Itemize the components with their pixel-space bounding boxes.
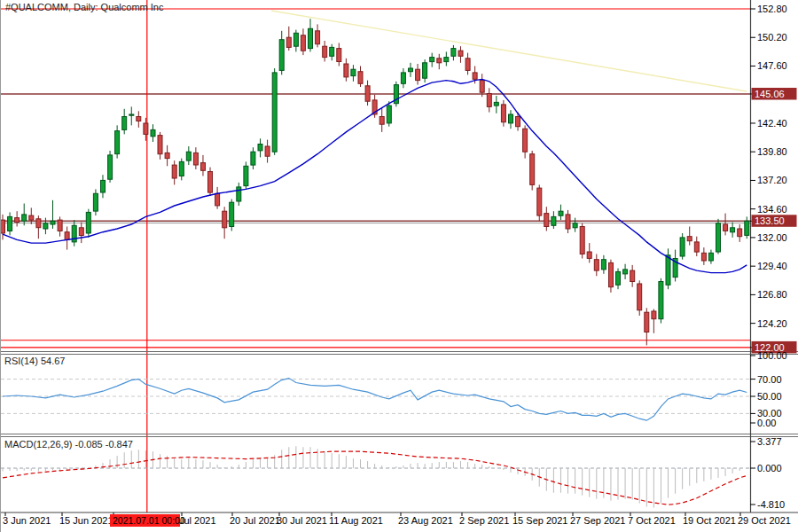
candle-body bbox=[645, 312, 649, 332]
candle-body bbox=[215, 193, 220, 206]
candle-body bbox=[666, 255, 670, 286]
candle-body bbox=[652, 311, 656, 319]
candle-body bbox=[351, 69, 356, 75]
candle-body bbox=[451, 49, 456, 57]
candle-body bbox=[544, 214, 549, 227]
price-tick-label: 132.00 bbox=[757, 232, 787, 243]
price-tick-label: 139.80 bbox=[757, 146, 787, 157]
candle-body bbox=[286, 37, 291, 47]
price-tick-label: 152.80 bbox=[757, 4, 787, 14]
candle-body bbox=[330, 47, 334, 56]
candle-body bbox=[201, 163, 206, 171]
trading-chart-window: 152.80150.20147.60142.40139.80137.20134.… bbox=[0, 0, 798, 532]
candle-body bbox=[623, 270, 628, 274]
candle-body bbox=[251, 152, 255, 165]
candle-body bbox=[716, 223, 721, 252]
candle-body bbox=[573, 223, 577, 228]
candle-body bbox=[293, 33, 298, 46]
time-tick-label: 7 Oct 2021 bbox=[628, 515, 676, 526]
candle-body bbox=[79, 228, 83, 236]
price-tick-label: 134.60 bbox=[757, 204, 787, 215]
candle-body bbox=[51, 221, 55, 224]
candle-body bbox=[144, 123, 148, 134]
time-tick-label: 30 Jul 2021 bbox=[277, 515, 327, 526]
price-tick-label: 137.20 bbox=[757, 175, 787, 185]
candle-body bbox=[29, 215, 34, 220]
time-tick-label: 29 Oct 2021 bbox=[738, 515, 791, 526]
candle-body bbox=[466, 59, 470, 71]
candle-body bbox=[309, 28, 313, 48]
trendline bbox=[271, 11, 747, 91]
candle-body bbox=[480, 81, 484, 93]
candle-body bbox=[708, 253, 713, 261]
candle-body bbox=[566, 215, 570, 229]
candle-body bbox=[15, 218, 20, 223]
candle-body bbox=[8, 216, 12, 231]
candle-body bbox=[365, 86, 370, 101]
macd-tick-label: 0.000 bbox=[757, 463, 782, 473]
candle-body bbox=[230, 202, 234, 226]
candle-body bbox=[473, 73, 477, 79]
candle-body bbox=[516, 117, 520, 127]
candle-body bbox=[430, 58, 434, 62]
candle-body bbox=[659, 282, 663, 319]
time-badge-label: 2021.07.01 00:00 bbox=[113, 515, 185, 526]
candle-body bbox=[444, 58, 449, 62]
candle-body bbox=[687, 237, 692, 241]
candle-body bbox=[580, 227, 584, 254]
price-badge-label: 133.50 bbox=[755, 215, 785, 226]
candle-body bbox=[101, 180, 106, 192]
candle-body bbox=[122, 117, 127, 130]
rsi-tick-label: 50.00 bbox=[757, 391, 782, 402]
candle-body bbox=[179, 161, 184, 176]
candle-body bbox=[344, 64, 348, 77]
candle-body bbox=[108, 155, 113, 179]
candle-body bbox=[401, 73, 405, 83]
candle-body bbox=[423, 63, 427, 78]
price-tick-label: 124.20 bbox=[757, 318, 787, 329]
time-tick-label: 20 Jul 2021 bbox=[230, 515, 280, 526]
macd-tick-label: -4.810 bbox=[757, 499, 785, 510]
candle-body bbox=[301, 35, 305, 51]
candle-body bbox=[93, 193, 98, 211]
time-tick-label: 19 Oct 2021 bbox=[683, 515, 736, 526]
candle-body bbox=[137, 117, 141, 121]
price-tick-label: 147.60 bbox=[757, 60, 787, 71]
time-tick-label: 15 Sep 2021 bbox=[512, 515, 567, 526]
rsi-tick-label: 70.00 bbox=[757, 374, 782, 385]
candle-body bbox=[609, 262, 614, 286]
time-tick-label: 2 Sep 2021 bbox=[459, 515, 509, 526]
candle-body bbox=[323, 46, 327, 57]
candle-body bbox=[379, 117, 384, 125]
candle-body bbox=[208, 172, 213, 193]
time-tick-label: 11 Aug 2021 bbox=[329, 515, 383, 526]
candle-body bbox=[36, 219, 41, 228]
candle-body bbox=[337, 49, 341, 62]
candle-body bbox=[680, 238, 685, 256]
candle-body bbox=[616, 271, 621, 285]
candle-body bbox=[172, 165, 176, 178]
price-tick-label: 129.40 bbox=[757, 261, 787, 271]
candle-body bbox=[587, 252, 591, 258]
time-tick-label: 23 Aug 2021 bbox=[398, 515, 453, 526]
time-tick-label: Jul 2021 bbox=[179, 515, 216, 526]
candle-body bbox=[387, 106, 391, 123]
candle-body bbox=[22, 215, 27, 221]
candle-body bbox=[494, 102, 498, 106]
candle-body bbox=[223, 211, 227, 228]
chart-canvas[interactable]: 152.80150.20147.60142.40139.80137.20134.… bbox=[1, 0, 798, 532]
macd-tick-label: 3.377 bbox=[757, 436, 782, 447]
price-tick-label: 142.40 bbox=[757, 118, 787, 129]
candle-body bbox=[272, 73, 277, 152]
time-tick-label: 3 Jun 2021 bbox=[3, 515, 51, 526]
candle-body bbox=[638, 284, 642, 310]
candle-body bbox=[86, 212, 90, 233]
candle-body bbox=[731, 228, 735, 232]
candle-body bbox=[265, 146, 270, 156]
candle-body bbox=[487, 94, 491, 107]
candle-body bbox=[279, 40, 284, 71]
candle-body bbox=[358, 72, 363, 84]
candle-body bbox=[151, 129, 155, 136]
candle-body bbox=[43, 223, 48, 229]
candle-body bbox=[129, 114, 134, 115]
